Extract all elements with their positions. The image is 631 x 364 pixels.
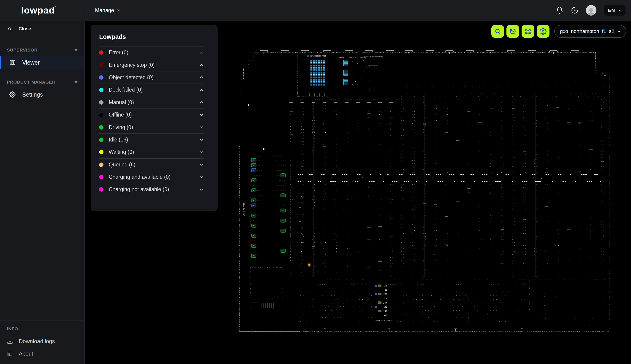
chevron-up-icon [199,50,204,55]
gear-icon [9,91,16,98]
map-selector-dropdown[interactable]: gxo_northampton_f1_s2 [554,25,626,38]
status-dot [99,100,104,104]
status-dot [99,150,104,154]
person-icon [586,5,596,16]
status-label: Driving (0) [109,124,133,130]
sidebar-item-label: Settings [22,91,43,98]
sidebar-section: SUPERVISORViewer [0,44,84,69]
map-fullscreen-button[interactable] [522,25,534,38]
caret-down-icon [618,31,620,32]
info-item-download-logs[interactable]: Download logs [0,335,84,348]
status-dot [99,63,104,67]
sidebar-section: PRODUCT MANAGERSettings [0,76,84,101]
status-row-offline[interactable]: Offline (0) [99,108,204,121]
status-dot [99,50,104,55]
fullscreen-icon [524,28,532,35]
status-row-waiting[interactable]: Waiting (0) [99,146,204,158]
download-icon [7,338,13,344]
info-item-label: About [19,350,33,357]
map-settings-button[interactable] [537,25,550,38]
map-history-button[interactable] [506,25,519,38]
map-area: Lowpads Error (0)Emergency stop (0)Objec… [85,20,631,364]
language-selector[interactable]: EN [604,5,626,16]
sidebar-collapse-button[interactable]: Close [0,20,84,37]
topbar: lowpad ’ Manage EN [0,0,631,20]
chevron-up-icon [199,88,204,92]
status-label: Manual (0) [109,99,134,106]
sidebar-item-viewer[interactable]: Viewer [0,56,84,69]
status-label: Charging not available (0) [109,186,169,192]
map-search-button[interactable] [491,25,504,38]
status-dot [99,187,104,192]
status-row-driving[interactable]: Driving (0) [99,121,204,133]
status-label: Emergency stop (0) [109,62,155,68]
map-toolbar: gxo_northampton_f1_s2 [491,25,626,38]
status-label: Idle (16) [109,137,128,143]
window-icon [7,351,13,357]
status-label: Offline (0) [109,112,132,118]
sidebar: Close SUPERVISORViewerPRODUCT MANAGERSet… [0,20,85,364]
chevron-down-icon [116,8,121,12]
sidebar-collapse-label: Close [18,26,31,31]
status-list: Error (0)Emergency stop (0)Object detect… [91,46,217,196]
sidebar-nav: SUPERVISORViewerPRODUCT MANAGERSettings [0,37,84,101]
status-row-charging-and-available[interactable]: Charging and available (0) [99,171,204,183]
status-row-object-detected[interactable]: Object detected (0) [99,71,204,84]
status-row-emergency-stop[interactable]: Emergency stop (0) [99,58,204,71]
triangle-down-icon [74,49,78,51]
language-value: EN [608,8,615,13]
moon-icon [571,6,578,14]
map-selector-value: gxo_northampton_f1_s2 [560,28,614,34]
notifications-button[interactable] [556,6,564,14]
info-section-label: INFO [0,326,84,332]
status-row-idle[interactable]: Idle (16) [99,134,204,146]
status-dot [99,75,104,80]
status-row-error[interactable]: Error (0) [99,46,204,58]
chevron-down-icon [199,125,204,130]
app-logo: lowpad ’ [0,6,85,15]
panel-title: Lowpads [99,34,217,40]
status-label: Dock failed (0) [109,87,143,93]
status-row-dock-failed[interactable]: Dock failed (0) [99,84,204,96]
chevron-down-icon [199,175,204,180]
status-row-queued[interactable]: Queued (6) [99,158,204,171]
map-icon [9,59,16,66]
info-item-label: Download logs [19,338,55,344]
app-logo-mark: ’ [55,5,56,10]
topbar-divider [85,4,85,17]
status-label: Charging and available (0) [109,174,170,180]
status-dot [99,175,104,179]
sidebar-section-label: PRODUCT MANAGER [7,80,56,85]
topbar-actions: EN [556,5,631,16]
status-dot [99,113,104,117]
sidebar-item-label: Viewer [22,59,40,66]
caret-down-icon [618,10,621,11]
app-logo-text: lowpad [21,6,55,15]
status-label: Waiting (0) [109,149,134,155]
sidebar-section-label: SUPERVISOR [7,48,38,53]
chevron-down-icon [199,187,204,192]
status-dot [99,162,104,167]
info-item-about[interactable]: About [0,348,84,360]
manage-menu[interactable]: Manage [95,7,121,14]
chevron-down-icon [199,150,204,155]
chevron-down-icon [199,137,204,142]
chevrons-left-icon [7,26,12,32]
status-dot [99,125,104,130]
search-icon [494,28,501,35]
history-icon [510,28,516,35]
chevron-up-icon [199,62,204,68]
status-row-charging-not-available[interactable]: Charging not available (0) [99,183,204,196]
user-avatar[interactable] [586,5,596,16]
sidebar-item-settings[interactable]: Settings [0,88,84,101]
bell-icon [556,6,564,14]
chevron-down-icon [199,162,204,167]
dark-mode-toggle[interactable] [571,6,578,14]
status-row-manual[interactable]: Manual (0) [99,96,204,108]
manage-menu-label: Manage [95,7,114,14]
status-dot [99,138,104,142]
status-label: Queued (6) [109,162,135,168]
status-label: Error (0) [109,50,128,56]
sidebar-section-header[interactable]: PRODUCT MANAGER [0,76,84,88]
sidebar-section-header[interactable]: SUPERVISOR [0,44,84,56]
